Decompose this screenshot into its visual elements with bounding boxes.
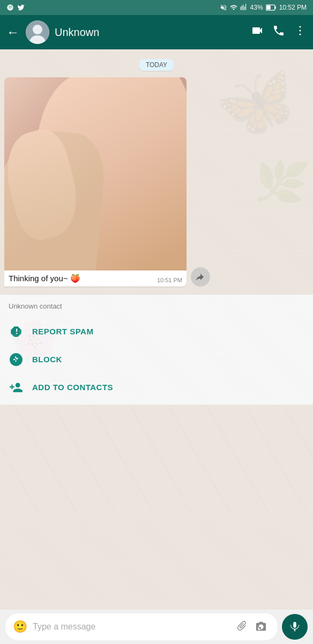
status-bar: 43% 10:52 PM — [0, 0, 313, 15]
date-separator: TODAY — [4, 59, 309, 71]
chat-content: TODAY Thinking of you~ 🍑 10:51 PM — [0, 49, 313, 294]
mic-button[interactable] — [282, 614, 308, 640]
camera-button[interactable] — [252, 618, 270, 636]
svg-point-4 — [300, 26, 301, 28]
battery-text: 43% — [250, 4, 263, 11]
contact-name[interactable]: Unknown — [55, 26, 245, 39]
wifi-icon — [230, 4, 237, 11]
message-text: Thinking of you~ 🍑 — [9, 273, 80, 284]
svg-point-5 — [300, 30, 301, 32]
signal-icon — [240, 4, 248, 11]
svg-rect-2 — [266, 5, 271, 10]
message-image[interactable] — [4, 77, 187, 270]
back-button[interactable]: ← — [6, 25, 19, 40]
contact-avatar[interactable] — [26, 20, 49, 44]
message-time: 10:51 PM — [157, 277, 182, 283]
message-text-row: Thinking of you~ 🍑 10:51 PM — [4, 270, 187, 287]
twitter-icon — [17, 4, 25, 11]
svg-point-6 — [300, 34, 301, 35]
message-container: Thinking of you~ 🍑 10:51 PM — [4, 77, 309, 287]
date-label: TODAY — [139, 59, 174, 71]
phone-call-button[interactable] — [272, 24, 285, 40]
video-call-button[interactable] — [251, 24, 264, 40]
message-bubble[interactable]: Thinking of you~ 🍑 10:51 PM — [4, 77, 187, 287]
input-field-wrapper[interactable]: 🙂 Type a message — [5, 613, 278, 640]
spotify-icon — [6, 4, 14, 11]
time-display: 10:52 PM — [279, 4, 307, 11]
status-bar-right: 43% 10:52 PM — [220, 4, 307, 11]
more-options-button[interactable] — [294, 24, 307, 40]
emoji-button[interactable]: 🙂 — [13, 620, 27, 634]
chat-area: 🦋 🌿 🌸 TODAY Thinking of you~ 🍑 10:51 PM — [0, 49, 313, 610]
status-bar-left — [6, 4, 25, 11]
attach-button[interactable] — [231, 617, 250, 636]
header-actions — [251, 24, 307, 40]
battery-icon — [266, 4, 277, 11]
message-input[interactable]: Type a message — [33, 622, 229, 632]
forward-button[interactable] — [191, 267, 210, 287]
mute-icon — [220, 4, 227, 11]
empty-chat-area — [0, 405, 313, 512]
svg-point-0 — [7, 4, 13, 11]
chat-header: ← Unknown — [0, 15, 313, 49]
input-bar: 🙂 Type a message — [0, 610, 313, 644]
svg-rect-3 — [274, 6, 275, 9]
